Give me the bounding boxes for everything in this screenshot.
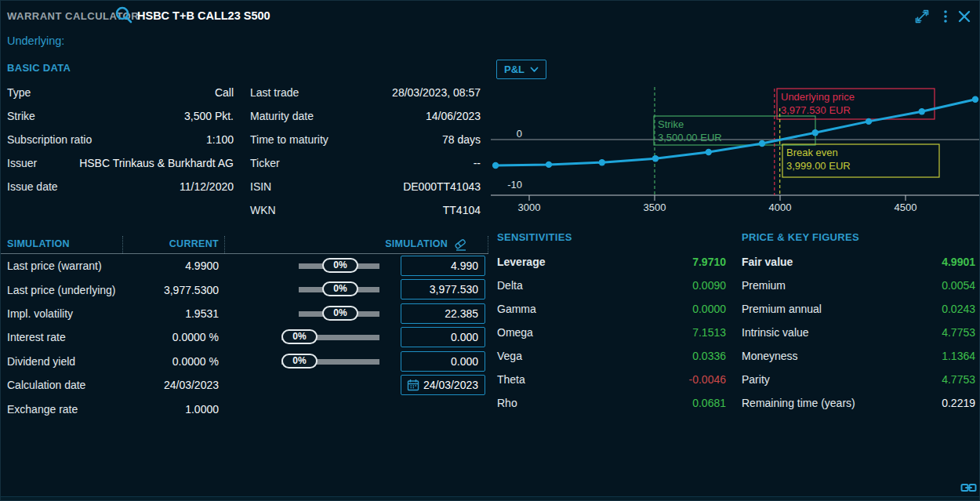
figure-label: Leverage — [497, 256, 545, 268]
slider-handle[interactable]: 0% — [322, 306, 358, 321]
data-point — [972, 96, 978, 103]
basic-data-right-column: Last trade28/03/2023, 08:57Maturity date… — [250, 81, 481, 222]
figure-label: Moneyness — [742, 350, 798, 362]
figure-label: Intrinsic value — [742, 326, 809, 339]
slider-handle[interactable]: 0% — [322, 281, 358, 296]
data-point — [866, 118, 872, 125]
chevron-down-icon — [530, 67, 539, 73]
underlying-price-annotation-value: 3,977.530 EUR — [781, 104, 851, 116]
figure-value: 0.0681 — [692, 397, 726, 409]
strike-annotation-title: Strike — [658, 118, 684, 130]
simulation-input-zone — [401, 327, 485, 347]
figure-label: Theta — [497, 373, 525, 386]
y-tick-label: -10 — [507, 179, 522, 191]
simulation-row: Calculation date24/03/202324/03/2023 — [1, 373, 488, 397]
figure-label: Premium — [742, 279, 786, 292]
chart-mode-dropdown[interactable]: P&L — [496, 60, 546, 79]
field-value: 28/03/2023, 08:57 — [392, 86, 481, 99]
percent-slider[interactable]: 0% — [281, 302, 379, 325]
basic-data-row: Ticker-- — [250, 151, 481, 175]
figure-label: Vega — [497, 350, 522, 362]
figure-value: 1.1364 — [942, 350, 975, 362]
simulation-input[interactable] — [401, 327, 485, 347]
figure-value: 4.7753 — [942, 326, 975, 339]
price-key-figures-header: PRICE & KEY FIGURES — [742, 231, 859, 243]
sensitivities-row: Theta-0.0046 — [497, 368, 726, 391]
eraser-icon[interactable] — [453, 238, 468, 252]
current-value: 0.0000 % — [172, 331, 219, 343]
figure-value: 0.0000 — [692, 303, 726, 315]
simulation-row: Last price (warrant)4.99000% — [1, 254, 488, 278]
basic-data-row: Subscription ratio1:100 — [7, 128, 234, 151]
price-key-figures-row: Parity4.7753 — [742, 368, 975, 391]
simulation-input[interactable] — [401, 303, 485, 324]
basic-data-row: Last trade28/03/2023, 08:57 — [250, 81, 481, 104]
price-key-figures-row: Intrinsic value4.7753 — [742, 321, 975, 344]
figure-label: Rho — [497, 397, 517, 409]
date-input[interactable]: 24/03/2023 — [401, 375, 485, 395]
simulation-row: Exchange rate1.0000 — [1, 397, 488, 420]
field-label: Issue date — [7, 180, 58, 193]
figure-label: Remaining time (years) — [742, 397, 855, 409]
field-label: ISIN — [250, 180, 271, 193]
price-key-figures-row: Premium annual0.0243 — [742, 297, 975, 321]
simulation-row-label: Last price (warrant) — [7, 260, 102, 272]
figure-value: 0.0243 — [942, 303, 975, 315]
sensitivities-header: SENSITIVITIES — [497, 231, 572, 243]
basic-data-row: IssuerHSBC Trinkaus & Burkhardt AG — [7, 151, 234, 175]
column-divider — [224, 236, 225, 253]
current-value: 4.9900 — [185, 260, 219, 272]
basic-data-row: Maturity date14/06/2023 — [250, 104, 481, 128]
percent-slider[interactable]: 0% — [281, 254, 379, 278]
field-value: Call — [215, 86, 234, 99]
simulation-row: Interest rate0.0000 %0% — [1, 325, 488, 349]
figure-value: 0.0054 — [942, 279, 975, 292]
slider-handle[interactable]: 0% — [322, 258, 358, 273]
date-value: 24/03/2023 — [423, 379, 478, 391]
slider-handle[interactable]: 0% — [281, 354, 318, 368]
field-label: Issuer — [7, 157, 37, 169]
search-icon[interactable] — [114, 5, 134, 25]
basic-data-left-column: TypeCallStrike3,500 Pkt.Subscription rat… — [7, 81, 234, 198]
simulation-input-zone — [401, 279, 485, 300]
maximize-icon[interactable] — [913, 8, 931, 25]
simulation-input[interactable] — [401, 279, 485, 300]
current-value: 1.0000 — [185, 403, 219, 416]
field-value: TT4104 — [443, 204, 481, 216]
simulation-input[interactable] — [401, 256, 485, 276]
percent-slider[interactable]: 0% — [281, 325, 379, 349]
simulation-row: Dividend yield0.0000 %0% — [1, 350, 488, 373]
slider-handle[interactable]: 0% — [281, 329, 318, 344]
warrant-calculator-window: WARRANT CALCULATOR HSBC T+B CALL23 S500 … — [0, 0, 980, 501]
price-key-figures-row: Remaining time (years)0.2219 — [742, 391, 975, 415]
instrument-name: HSBC T+B CALL23 S500 — [137, 9, 270, 22]
chart-mode-label: P&L — [504, 64, 524, 75]
basic-data-header: BASIC DATA — [7, 62, 71, 74]
kebab-menu-icon[interactable] — [937, 8, 954, 25]
current-column-header: CURRENT — [169, 238, 219, 249]
data-point — [919, 108, 925, 114]
percent-slider[interactable]: 0% — [281, 278, 379, 301]
simulation-row-label: Last price (underlying) — [7, 284, 116, 296]
sensitivities-row: Gamma0.0000 — [497, 297, 726, 321]
field-value: DE000TT41043 — [403, 180, 481, 193]
figure-value: -0.0046 — [689, 373, 726, 386]
percent-slider[interactable]: 0% — [281, 350, 379, 373]
data-point — [599, 159, 605, 165]
simulation-row-label: Interest rate — [7, 331, 66, 343]
simulation-input[interactable] — [401, 351, 485, 372]
simulation-table: Last price (warrant)4.99000%Last price (… — [1, 254, 488, 421]
y-tick-label: 0 — [517, 128, 522, 140]
price-key-figures-row: Premium0.0054 — [742, 274, 975, 297]
link-icon[interactable] — [960, 482, 977, 493]
underlying-label: Underlying: — [7, 34, 64, 47]
data-point — [546, 162, 552, 168]
figure-value: 4.9901 — [942, 256, 975, 268]
sensitivities-row: Vega0.0336 — [497, 344, 726, 368]
x-tick-label: 3500 — [644, 201, 666, 213]
figure-label: Omega — [497, 326, 533, 339]
close-icon[interactable] — [956, 8, 973, 25]
simulation-row-label: Impl. volatility — [7, 307, 73, 320]
current-value: 0.0000 % — [172, 355, 219, 368]
sensitivities-row: Rho0.0681 — [497, 391, 726, 415]
